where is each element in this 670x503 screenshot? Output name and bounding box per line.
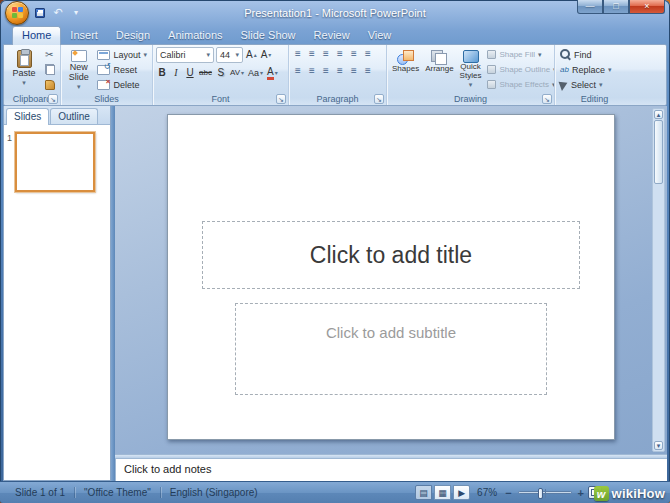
shape-outline-icon — [487, 65, 496, 74]
language-status[interactable]: English (Singapore) — [161, 487, 267, 498]
tab-view[interactable]: View — [359, 27, 401, 44]
text-direction-button[interactable]: ≡ — [362, 47, 374, 61]
delete-button[interactable]: × Delete — [95, 78, 149, 92]
save-button[interactable] — [32, 5, 48, 20]
align-center-button[interactable]: ≡ — [306, 64, 318, 78]
tab-design[interactable]: Design — [107, 27, 159, 44]
undo-button[interactable]: ↶ — [50, 5, 66, 20]
close-button[interactable]: × — [629, 0, 665, 14]
layout-button[interactable]: Layout ▾ — [95, 48, 149, 62]
find-button[interactable]: Find — [558, 48, 631, 62]
down-arrow-icon: ▾ — [260, 70, 263, 76]
editing-group: Find ab Replace ▾ Select ▾ Editing — [554, 45, 634, 105]
delete-label: Delete — [113, 80, 139, 90]
chevron-down-icon: ▾ — [77, 83, 81, 90]
font-color-button[interactable]: A▾ — [266, 66, 279, 80]
select-button[interactable]: Select ▾ — [558, 78, 631, 92]
slide[interactable]: Click to add title Click to add subtitle — [167, 114, 615, 440]
underline-button[interactable]: U — [184, 66, 196, 80]
shrink-font-button[interactable]: A▾ — [260, 48, 273, 62]
align-right-button[interactable]: ≡ — [320, 64, 332, 78]
select-icon — [559, 78, 570, 90]
quick-styles-button[interactable]: Quick Styles ▾ — [458, 47, 484, 92]
notes-pane[interactable]: Click to add notes — [115, 459, 667, 481]
justify-button[interactable]: ≡ — [334, 64, 346, 78]
text-shadow-button[interactable]: S — [215, 66, 227, 80]
office-button[interactable] — [5, 1, 29, 25]
chevron-down-icon: ▾ — [599, 81, 603, 88]
convert-smartart-button[interactable]: ≡ — [362, 64, 374, 78]
format-painter-button[interactable] — [43, 78, 57, 92]
tab-outline-panel[interactable]: Outline — [50, 108, 98, 124]
scrollbar-thumb[interactable] — [654, 120, 663, 184]
title-placeholder[interactable]: Click to add title — [202, 221, 580, 289]
change-case-button[interactable]: Aa▾ — [247, 66, 264, 80]
bold-button[interactable]: B — [156, 66, 168, 80]
layout-icon — [97, 50, 110, 60]
shape-fill-label: Shape Fill — [499, 50, 535, 59]
shape-fill-button[interactable]: Shape Fill ▾ — [485, 48, 554, 62]
columns-button[interactable]: ≡ — [348, 64, 360, 78]
tab-insert[interactable]: Insert — [61, 27, 107, 44]
bullets-icon: ≡ — [295, 49, 301, 59]
drawing-dialog-launcher[interactable]: ↘ — [542, 94, 552, 104]
down-arrow-icon: ▾ — [268, 52, 271, 58]
paste-button[interactable]: Paste ▾ — [7, 47, 41, 92]
tab-animations[interactable]: Animations — [159, 27, 231, 44]
titlebar: ↶ ▾ Presentation1 - Microsoft PowerPoint… — [0, 0, 670, 24]
numbering-button[interactable]: ≡ — [306, 47, 318, 61]
character-spacing-button[interactable]: AV▾ — [229, 66, 245, 80]
tab-home[interactable]: Home — [12, 26, 61, 45]
layout-label: Layout — [113, 50, 140, 60]
paragraph-dialog-launcher[interactable]: ↘ — [374, 94, 384, 104]
slide-sorter-button[interactable]: ▦ — [434, 485, 451, 500]
tab-slide-show[interactable]: Slide Show — [232, 27, 305, 44]
qat-menu-button[interactable]: ▾ — [68, 5, 84, 20]
shapes-button[interactable]: Shapes — [390, 47, 421, 92]
decrease-indent-button[interactable]: ≡ — [320, 47, 332, 61]
grow-font-button[interactable]: A▴ — [245, 48, 258, 62]
line-spacing-button[interactable]: ≡ — [348, 47, 360, 61]
increase-indent-button[interactable]: ≡ — [334, 47, 346, 61]
strikethrough-button[interactable]: abc — [198, 66, 213, 80]
format-painter-icon — [45, 80, 55, 90]
tab-slides-panel[interactable]: Slides — [6, 108, 49, 125]
shape-effects-button[interactable]: Shape Effects ▾ — [485, 78, 554, 92]
minimize-button[interactable]: — — [577, 0, 603, 14]
subtitle-placeholder[interactable]: Click to add subtitle — [235, 303, 547, 395]
font-size-combo[interactable]: 44 ▾ — [216, 47, 243, 63]
arrange-button[interactable]: Arrange — [423, 47, 455, 92]
slide-scrollbar[interactable]: ▴ ▾ — [652, 108, 665, 452]
cut-button[interactable]: ✂ — [43, 48, 57, 62]
scroll-down-button[interactable]: ▾ — [654, 441, 663, 450]
tab-review[interactable]: Review — [305, 27, 359, 44]
slide-thumbnail[interactable] — [15, 132, 95, 192]
clipboard-dialog-launcher[interactable]: ↘ — [48, 94, 58, 104]
italic-button[interactable]: I — [170, 66, 182, 80]
shape-outline-button[interactable]: Shape Outline ▾ — [485, 63, 554, 77]
font-name-combo[interactable]: Calibri ▾ — [156, 47, 214, 63]
zoom-slider[interactable] — [518, 491, 572, 494]
status-bar-controls: ▤ ▦ ▶ 67% − + — [415, 485, 602, 500]
office-logo-icon — [12, 7, 23, 18]
chevron-down-icon: ▾ — [74, 9, 78, 17]
bullets-button[interactable]: ≡ — [292, 47, 304, 61]
new-slide-button[interactable]: New Slide ▾ — [64, 47, 93, 92]
status-bar: Slide 1 of 1 "Office Theme" English (Sin… — [0, 481, 670, 503]
scroll-up-button[interactable]: ▴ — [654, 110, 663, 119]
align-left-button[interactable]: ≡ — [292, 64, 304, 78]
reset-button[interactable]: ↺ Reset — [95, 63, 149, 77]
theme-status[interactable]: "Office Theme" — [75, 487, 161, 498]
font-dialog-launcher[interactable]: ↘ — [276, 94, 286, 104]
zoom-in-button[interactable]: + — [577, 487, 585, 499]
zoom-out-button[interactable]: − — [504, 487, 512, 499]
normal-view-button[interactable]: ▤ — [415, 485, 432, 500]
copy-button[interactable] — [43, 63, 57, 77]
zoom-level[interactable]: 67% — [473, 487, 501, 498]
replace-button[interactable]: ab Replace ▾ — [558, 63, 631, 77]
align-center-icon: ≡ — [309, 66, 315, 76]
paragraph-group: ≡ ≡ ≡ ≡ ≡ ≡ ≡ ≡ ≡ ≡ ≡ ≡ Paragraph — [288, 45, 386, 105]
zoom-slider-thumb[interactable] — [538, 488, 543, 499]
maximize-button[interactable]: □ — [603, 0, 629, 14]
slideshow-button[interactable]: ▶ — [453, 485, 470, 500]
